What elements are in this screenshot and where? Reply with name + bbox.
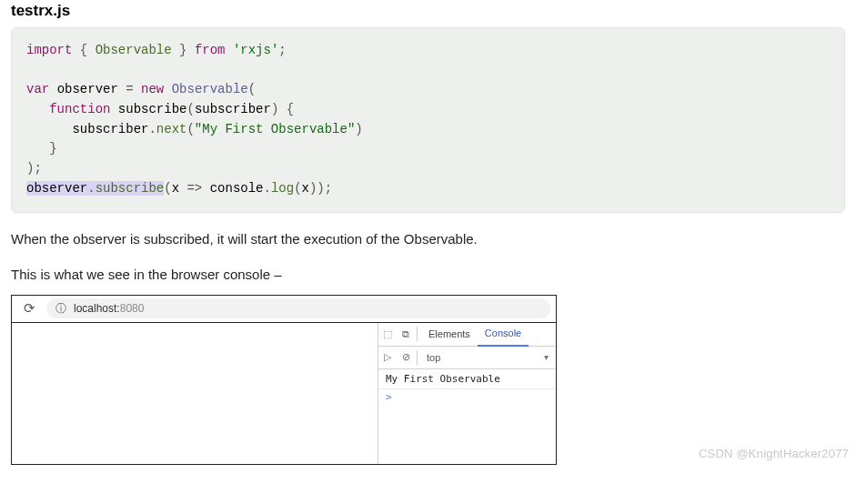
page-viewport xyxy=(12,323,378,464)
method-next: next xyxy=(156,122,187,136)
info-icon: ⓘ xyxy=(55,301,66,317)
ident-console: console xyxy=(210,181,264,196)
inspect-icon[interactable]: ⬚ xyxy=(378,328,397,340)
scope-selector[interactable]: top xyxy=(421,352,544,363)
console-output: My First Observable > xyxy=(378,369,556,464)
kw-import: import xyxy=(26,43,72,57)
kw-from: from xyxy=(195,43,226,57)
string-rxjs: 'rxjs' xyxy=(233,43,278,57)
paren: ( xyxy=(186,122,194,136)
ident-x: x xyxy=(172,181,179,196)
method-log: log xyxy=(271,181,294,196)
paren: ( xyxy=(294,181,301,196)
fn-name-subscribe: subscribe xyxy=(118,102,187,116)
kw-new: new xyxy=(141,82,164,96)
tab-elements[interactable]: Elements xyxy=(421,323,478,346)
string-my-first-observable: "My First Observable" xyxy=(195,122,355,136)
chevron-down-icon[interactable]: ▾ xyxy=(544,352,556,362)
console-log-line: My First Observable xyxy=(378,369,556,389)
dot: . xyxy=(264,181,271,196)
brace: } xyxy=(179,43,186,57)
dot: . xyxy=(87,181,95,196)
paren: ) xyxy=(271,102,278,116)
browser-window: ⟳ ⓘ localhost:8080 ⬚ ⧉ Elements Console … xyxy=(11,295,557,465)
op-arrow: => xyxy=(186,181,202,196)
console-filter-bar: ▷ ⊘ top ▾ xyxy=(378,347,556,369)
semicolon: ; xyxy=(325,181,332,196)
paren: ( xyxy=(248,82,256,96)
device-toggle-icon[interactable]: ⧉ xyxy=(397,328,415,340)
kw-var: var xyxy=(26,82,49,96)
paren: ( xyxy=(164,181,171,196)
separator xyxy=(417,350,418,365)
file-name-heading: testrx.js xyxy=(11,2,845,20)
address-port: 8080 xyxy=(120,302,145,315)
paren: ) xyxy=(355,122,362,136)
ident-observer: observer xyxy=(57,82,118,96)
dot: . xyxy=(148,122,156,136)
reload-icon[interactable]: ⟳ xyxy=(12,300,46,317)
devtools-panel: ⬚ ⧉ Elements Console ▷ ⊘ top ▾ My First … xyxy=(378,323,556,464)
ident-x: x xyxy=(302,181,309,196)
address-bar: ⟳ ⓘ localhost:8080 xyxy=(12,296,556,323)
semicolon: ; xyxy=(34,161,41,176)
address-host: localhost: xyxy=(74,302,120,315)
type-observable: Observable xyxy=(172,82,248,96)
devtools-tabs: ⬚ ⧉ Elements Console xyxy=(378,323,556,347)
console-prompt[interactable]: > xyxy=(378,389,556,405)
ident-observable: Observable xyxy=(96,43,172,57)
tab-console[interactable]: Console xyxy=(478,322,529,347)
ident-subscriber: subscriber xyxy=(72,122,148,136)
para-subscribed: When the observer is subscribed, it will… xyxy=(11,229,845,248)
brace: { xyxy=(80,43,87,57)
separator xyxy=(417,327,418,341)
op-eq: = xyxy=(126,82,133,96)
kw-function: function xyxy=(49,102,110,116)
play-icon[interactable]: ▷ xyxy=(378,351,397,363)
brace: } xyxy=(49,141,56,156)
param-subscriber: subscriber xyxy=(195,102,271,116)
semicolon: ; xyxy=(278,43,286,57)
address-box[interactable]: ⓘ localhost:8080 xyxy=(46,298,550,318)
ident-observer: observer xyxy=(26,181,87,196)
paren: ( xyxy=(186,102,194,116)
paren: ) xyxy=(317,181,324,196)
code-block: import { Observable } from 'rxjs'; var o… xyxy=(11,27,845,213)
brace: { xyxy=(287,102,294,116)
clear-icon[interactable]: ⊘ xyxy=(397,351,415,363)
method-subscribe: subscribe xyxy=(96,181,165,196)
para-console-intro: This is what we see in the browser conso… xyxy=(11,265,845,284)
